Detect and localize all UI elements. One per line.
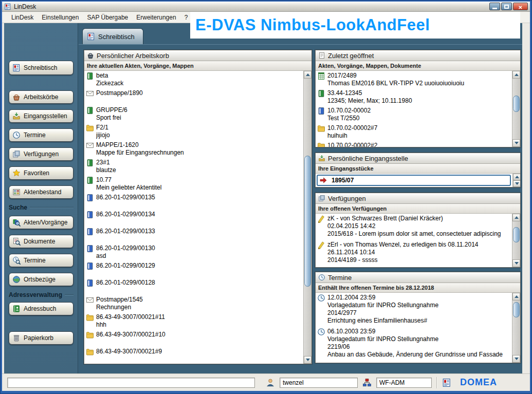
list-item[interactable]: 86.43-49-3007/00021#10 xyxy=(84,330,303,347)
sidebar-item-verfuegungen[interactable]: Verfügungen xyxy=(9,147,74,161)
minimize-icon xyxy=(492,8,497,9)
maximize-button[interactable] xyxy=(501,3,512,10)
appointments-title-bar: Termine xyxy=(316,272,520,283)
list-item[interactable]: Postmappe/1545Rechnungen xyxy=(84,295,303,312)
minimize-button[interactable] xyxy=(489,3,500,10)
scroll-down-icon xyxy=(515,182,519,185)
app-icon xyxy=(4,3,11,10)
panel-title: Zuletzt geöffnet xyxy=(328,52,374,60)
scroll-up-icon xyxy=(515,295,519,298)
appointment-item[interactable]: 06.10.2003 23:59 Vorlagedatum für INPRO … xyxy=(316,327,512,361)
list-item[interactable]: 33.44-1234512345; Meier, Max; 10.11.1980 xyxy=(316,88,512,106)
dispositions-scrollbar[interactable] xyxy=(512,214,520,267)
dispositions-column-header: Ihre offenen Verfügungen xyxy=(316,204,520,214)
tab-schreibtisch[interactable]: Schreibtisch xyxy=(82,28,143,44)
tab-label: Schreibtisch xyxy=(98,33,135,41)
sidebar-item-akten-vorgaenge[interactable]: Akten/Vorgänge xyxy=(9,216,74,229)
list-item[interactable]: 86.20-01-0299/00135 xyxy=(84,193,303,210)
appointments-scrollbar[interactable] xyxy=(512,293,520,363)
sidebar-item-eingangsstellen[interactable]: Eingangsstellen xyxy=(9,109,74,123)
list-item[interactable]: 2017/2489Thomas EM2016 BKL VR-TIPP V2 uu… xyxy=(316,71,512,88)
list-item[interactable]: 86.20-01-0299/00130asd xyxy=(84,243,303,261)
maximize-icon xyxy=(504,5,509,9)
list-item[interactable]: GRUPPE/6Sport frei xyxy=(84,105,303,123)
item-line1: 2017/2489 xyxy=(327,72,464,80)
red-arrow-icon xyxy=(319,176,327,184)
list-item[interactable]: betaZickezack xyxy=(84,71,303,88)
scroll-up-button[interactable] xyxy=(512,293,520,301)
status-message-field[interactable] xyxy=(7,378,255,388)
sidebar-item-adressbuch[interactable]: Adressbuch xyxy=(9,302,74,315)
scrollbar-thumb[interactable] xyxy=(513,227,520,242)
list-item[interactable]: F2/1jijiojo xyxy=(84,123,303,140)
scroll-down-button[interactable] xyxy=(304,356,311,364)
list-item[interactable]: 10.70.02-00002Test T/2550 xyxy=(316,106,512,123)
user-field[interactable] xyxy=(280,378,358,388)
sidebar-item-aktenbestand[interactable]: Aktenbestand xyxy=(9,185,74,199)
panel-title: Persönlicher Arbeitskorb xyxy=(97,52,169,60)
appointments-list: 12.01.2004 23:59 Vorlagedatum für INPRO … xyxy=(316,293,520,363)
menu-erweiterungen[interactable]: Erweiterungen xyxy=(132,12,180,23)
folder-icon xyxy=(86,331,94,339)
scroll-up-button[interactable] xyxy=(304,71,311,79)
globe-icon xyxy=(12,275,21,284)
inbox-item-selected[interactable]: 1895/07 xyxy=(317,175,511,186)
item-line2: Mappe für Eingangsrechnungen xyxy=(96,149,184,157)
recent-scrollbar[interactable] xyxy=(512,71,520,147)
sidebar-item-dokumente[interactable]: Dokumente xyxy=(9,235,74,248)
akte-green-icon xyxy=(86,159,94,167)
list-item[interactable]: 86.43-49-3007/00021#11hhh xyxy=(84,312,303,330)
menu-sap-uebergabe[interactable]: SAP Übergabe xyxy=(83,12,132,23)
list-item[interactable]: 86.20-01-0299/00128 xyxy=(84,278,303,295)
scroll-up-button[interactable] xyxy=(512,214,520,221)
disposition-item[interactable]: zErl - von Thomas Wenzel, zu erledigen b… xyxy=(316,240,512,266)
scroll-down-button[interactable] xyxy=(512,139,520,147)
scrollbar-thumb[interactable] xyxy=(304,156,311,287)
scroll-up-button[interactable] xyxy=(513,174,520,180)
sidebar-item-favoriten[interactable]: Favoriten xyxy=(9,166,74,180)
sidebar-item-termine-suche[interactable]: Termine xyxy=(9,254,74,267)
mail-icon xyxy=(86,89,94,98)
panel-title: Verfügungen xyxy=(328,195,366,202)
brand-label: DOMEA xyxy=(460,377,497,388)
item-line3: 2014/2977 xyxy=(327,309,438,317)
sidebar-item-ortsbezuege[interactable]: Ortsbezüge xyxy=(9,273,74,286)
workbasket-title-bar: Persönlicher Arbeitskorb xyxy=(84,50,311,61)
scroll-up-button[interactable] xyxy=(512,71,520,79)
inbox-panel: Persönliche Eingangsstelle Ihre Eingangs… xyxy=(315,153,521,187)
list-item[interactable]: 23#1blautze xyxy=(84,158,303,175)
sidebar-item-schreibtisch[interactable]: Schreibtisch xyxy=(9,61,74,75)
list-item[interactable]: MAPPE/1-1620Mappe für Eingangsrechnungen xyxy=(84,140,303,158)
item-line3: 2015/618 - Lorem ipsum dolor sit amet, c… xyxy=(327,230,501,238)
list-item[interactable]: 86.20-01-0299/00133 xyxy=(84,227,303,243)
scroll-down-button[interactable] xyxy=(513,180,520,187)
item-line3: 2014/4189 - sssss xyxy=(327,256,479,264)
scrollbar-thumb[interactable] xyxy=(513,302,520,317)
sidebar-item-arbeitskoerbe[interactable]: Arbeitskörbe xyxy=(9,90,74,104)
scroll-down-icon xyxy=(515,358,519,360)
scroll-down-button[interactable] xyxy=(512,259,520,267)
scrollbar-thumb[interactable] xyxy=(513,96,520,112)
item-line1: 86.20-01-0299/00134 xyxy=(96,211,155,218)
close-button[interactable] xyxy=(513,3,528,10)
sidebar-item-termine[interactable]: Termine xyxy=(9,128,74,142)
list-item[interactable]: 86.20-01-0299/00134 xyxy=(84,210,303,227)
item-line1: 86.43-49-3007/00021#10 xyxy=(96,331,166,339)
list-item[interactable]: Postmappe/1890 xyxy=(84,88,303,105)
sidebar-item-papierkorb[interactable]: Papierkorb xyxy=(9,331,74,345)
list-item[interactable]: 10.77Mein geliebter Aktentitel xyxy=(84,175,303,193)
akte-blue-icon xyxy=(86,245,94,253)
list-item[interactable]: 10.70.02-00002#7huihuih xyxy=(316,123,512,141)
workbasket-scrollbar[interactable] xyxy=(303,71,311,364)
inbox-scrollbar[interactable] xyxy=(512,174,520,187)
menu-einstellungen[interactable]: Einstellungen xyxy=(38,12,83,23)
window-controls xyxy=(489,3,528,10)
list-item[interactable]: 86.20-01-0299/00129 xyxy=(84,261,303,278)
list-item[interactable]: 10.70.02-00002#2 xyxy=(316,141,512,147)
disposition-item[interactable]: zK - von Schwarzes Brett (Daniel Kräcker… xyxy=(316,214,512,240)
menu-lindesk[interactable]: LinDesk xyxy=(7,12,38,23)
scroll-down-button[interactable] xyxy=(512,355,520,363)
appointment-item[interactable]: 12.01.2004 23:59 Vorlagedatum für INPRO … xyxy=(316,293,512,327)
list-item[interactable]: 86.43-49-3007/00021#9 xyxy=(84,347,303,364)
role-field[interactable] xyxy=(376,378,432,388)
